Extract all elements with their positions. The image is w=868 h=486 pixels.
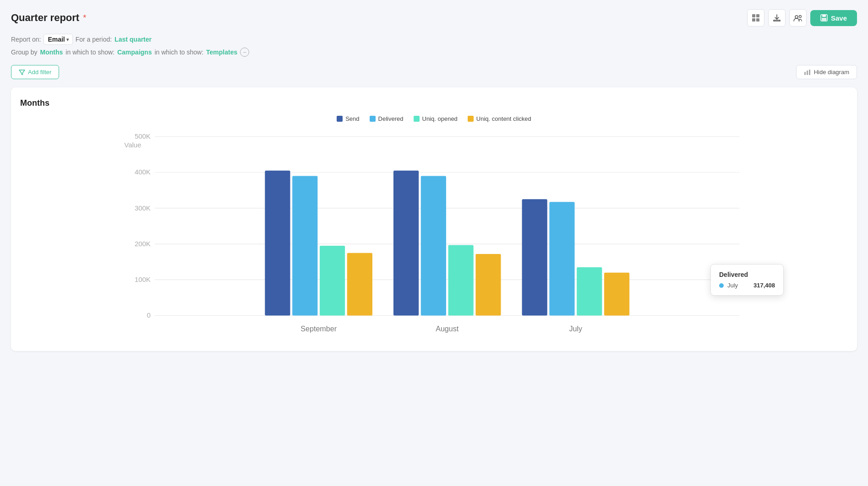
unsaved-indicator: * bbox=[83, 13, 86, 23]
svg-rect-25 bbox=[265, 171, 290, 316]
svg-rect-3 bbox=[756, 18, 759, 22]
svg-rect-7 bbox=[822, 15, 826, 17]
add-filter-button[interactable]: Add filter bbox=[11, 65, 59, 79]
svg-text:500K: 500K bbox=[135, 132, 151, 140]
svg-text:300K: 300K bbox=[135, 204, 151, 212]
svg-rect-28 bbox=[347, 253, 372, 316]
svg-text:Value: Value bbox=[124, 141, 141, 149]
legend-item: Uniq. content clicked bbox=[468, 115, 531, 122]
report-on-dropdown[interactable]: Email ▾ bbox=[44, 34, 72, 45]
groupby-row: Group by Months in which to show: Campai… bbox=[11, 48, 857, 57]
svg-rect-37 bbox=[577, 267, 602, 316]
legend-item: Send bbox=[337, 115, 359, 122]
dropdown-arrow: ▾ bbox=[66, 37, 69, 42]
svg-rect-26 bbox=[292, 176, 317, 316]
legend-color bbox=[414, 116, 420, 122]
svg-rect-0 bbox=[752, 14, 755, 17]
legend-color bbox=[468, 116, 474, 122]
svg-point-5 bbox=[799, 16, 801, 18]
legend-color bbox=[370, 116, 376, 122]
remove-templates-button[interactable]: − bbox=[240, 48, 249, 57]
svg-point-4 bbox=[795, 16, 798, 18]
save-icon bbox=[820, 14, 828, 22]
chart-area: 0100K200K300K400K500KValueSeptemberAugus… bbox=[20, 131, 848, 342]
chart-card: Months SendDeliveredUniq. openedUniq. co… bbox=[11, 87, 857, 351]
period-value[interactable]: Last quarter bbox=[115, 36, 152, 43]
legend-item: Uniq. opened bbox=[414, 115, 458, 122]
svg-text:July: July bbox=[569, 324, 583, 333]
svg-rect-9 bbox=[804, 72, 806, 75]
svg-rect-38 bbox=[604, 273, 629, 316]
svg-rect-11 bbox=[809, 70, 810, 75]
chart-legend: SendDeliveredUniq. openedUniq. content c… bbox=[20, 115, 848, 122]
svg-rect-31 bbox=[421, 176, 446, 316]
users-icon bbox=[793, 14, 802, 22]
svg-text:400K: 400K bbox=[135, 168, 151, 176]
for-a-period-label: For a period: bbox=[76, 36, 112, 43]
svg-rect-32 bbox=[448, 245, 474, 315]
share-button[interactable] bbox=[789, 9, 807, 27]
svg-rect-2 bbox=[752, 18, 755, 22]
svg-text:September: September bbox=[300, 324, 337, 333]
filters-row: Report on: Email ▾ For a period: Last qu… bbox=[11, 34, 857, 45]
templates-value[interactable]: Templates bbox=[206, 49, 237, 56]
table-view-button[interactable] bbox=[747, 9, 764, 27]
legend-item: Delivered bbox=[370, 115, 404, 122]
chart-title: Months bbox=[20, 98, 848, 108]
in-which-to-show-2: in which to show: bbox=[154, 49, 203, 56]
bar-chart: 0100K200K300K400K500KValueSeptemberAugus… bbox=[20, 131, 848, 342]
in-which-to-show-1: in which to show: bbox=[66, 49, 115, 56]
table-icon bbox=[752, 14, 760, 22]
svg-rect-36 bbox=[549, 202, 574, 315]
group-by-value[interactable]: Months bbox=[40, 49, 63, 56]
svg-text:0: 0 bbox=[147, 311, 150, 319]
chart-icon bbox=[804, 69, 811, 76]
page-title: Quarter report bbox=[11, 12, 79, 24]
legend-color bbox=[337, 116, 343, 122]
toolbar: Add filter Hide diagram bbox=[11, 65, 857, 79]
svg-rect-8 bbox=[822, 18, 826, 21]
header-actions: Save bbox=[747, 9, 857, 27]
svg-text:August: August bbox=[436, 324, 459, 333]
report-on-label: Report on: bbox=[11, 36, 41, 43]
download-icon bbox=[773, 14, 781, 22]
svg-text:100K: 100K bbox=[135, 275, 151, 283]
svg-rect-33 bbox=[475, 254, 501, 316]
svg-rect-27 bbox=[320, 246, 345, 315]
svg-rect-1 bbox=[756, 14, 759, 17]
svg-rect-35 bbox=[522, 199, 547, 315]
hide-diagram-button[interactable]: Hide diagram bbox=[796, 65, 857, 79]
svg-text:200K: 200K bbox=[135, 240, 151, 248]
download-button[interactable] bbox=[768, 9, 786, 27]
svg-rect-10 bbox=[807, 70, 808, 75]
filter-icon bbox=[19, 69, 25, 76]
svg-rect-30 bbox=[393, 171, 419, 316]
save-button[interactable]: Save bbox=[810, 10, 857, 26]
campaigns-value[interactable]: Campaigns bbox=[117, 49, 152, 56]
group-by-label: Group by bbox=[11, 49, 38, 56]
